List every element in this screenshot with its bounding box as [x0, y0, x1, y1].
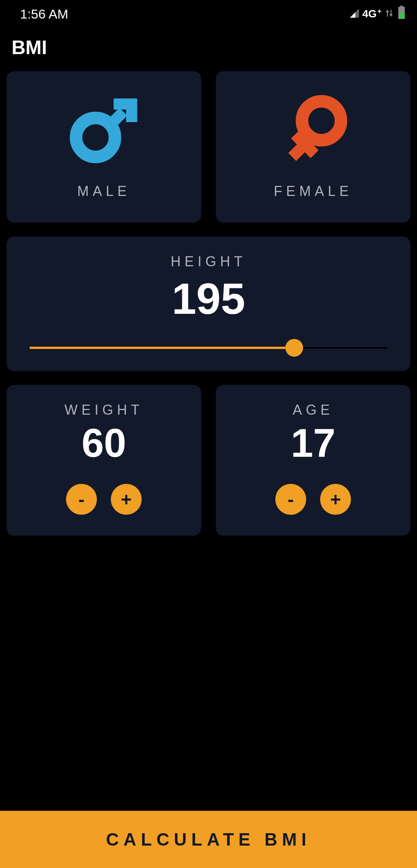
age-label: AGE — [293, 402, 334, 418]
weight-label: WEIGHT — [64, 402, 143, 418]
weight-card: WEIGHT 60 - + — [7, 385, 201, 536]
network-plus-icon: + — [377, 7, 381, 15]
age-plus-button[interactable]: + — [320, 484, 351, 515]
age-value: 17 — [291, 423, 336, 463]
male-card[interactable]: MALE — [7, 71, 201, 223]
height-label: HEIGHT — [171, 254, 246, 270]
status-bar: 1:56 AM 4G + — [0, 0, 417, 28]
svg-rect-2 — [399, 13, 404, 18]
calculate-label: CALCULATE BMI — [106, 829, 311, 850]
weight-value: 60 — [81, 423, 126, 463]
height-value: 195 — [172, 277, 245, 321]
slider-fill — [30, 347, 294, 349]
weight-minus-button[interactable]: - — [66, 484, 97, 515]
data-arrows-icon — [384, 7, 395, 22]
network-label: 4G — [362, 8, 376, 20]
male-icon — [69, 94, 139, 164]
height-card: HEIGHT 195 — [7, 237, 410, 371]
female-icon — [278, 94, 348, 164]
height-slider[interactable] — [30, 340, 387, 356]
female-label: FEMALE — [274, 183, 353, 199]
female-card[interactable]: FEMALE — [216, 71, 410, 223]
page-title: BMI — [0, 28, 417, 71]
battery-icon — [397, 6, 406, 22]
male-label: MALE — [77, 183, 131, 199]
age-minus-button[interactable]: - — [275, 484, 306, 515]
status-icons: 4G + — [349, 6, 406, 22]
calculate-button[interactable]: CALCULATE BMI — [0, 811, 417, 868]
age-card: AGE 17 - + — [216, 385, 410, 536]
weight-plus-button[interactable]: + — [111, 484, 142, 515]
svg-rect-0 — [400, 6, 403, 7]
slider-thumb[interactable] — [285, 339, 303, 357]
status-time: 1:56 AM — [20, 7, 68, 22]
signal-icon — [349, 7, 360, 22]
